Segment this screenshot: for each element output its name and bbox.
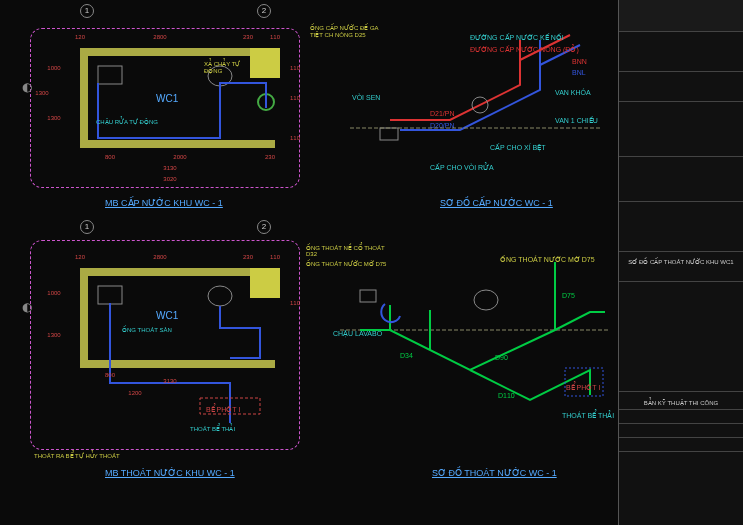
compass-icon: ◐ xyxy=(22,80,32,94)
dim: 800 xyxy=(100,154,120,160)
dim: 120 xyxy=(70,254,90,260)
dim: 1000 xyxy=(44,65,64,71)
sb-notice xyxy=(619,202,743,252)
note: XẢ CHẢY TỰ ĐỘNG xyxy=(204,60,254,74)
t: BỂ PHỐT I xyxy=(566,381,600,391)
t: BNL xyxy=(572,69,586,76)
iso1-diagram: ĐƯỜNG CẤP NƯỚC KẾ NỐI ĐƯỜNG CẤP NƯỚC NÓN… xyxy=(340,20,610,190)
compass-icon: ◐ xyxy=(22,300,32,314)
drawing-title: SƠ ĐỒ CẤP THOÁT NƯỚC KHU WC1 xyxy=(619,252,743,282)
t: CHẬU LAVABO xyxy=(333,330,383,338)
dim: 110 xyxy=(285,95,305,101)
t: ĐƯỜNG CẤP NƯỚC NÓNG (ĐỎ) xyxy=(470,44,579,54)
iso1-title: SƠ ĐỒ CẤP NƯỚC WC - 1 xyxy=(440,198,553,208)
t: VAN KHÓA xyxy=(555,88,591,96)
dim: 230 xyxy=(260,154,280,160)
dim: 110 xyxy=(285,300,305,306)
dim: 1200 xyxy=(125,390,145,396)
note: CHẬU RỬA TỰ ĐỘNG xyxy=(96,118,166,125)
lavabo-icon xyxy=(360,290,376,302)
t: VÒI SEN xyxy=(352,93,380,101)
plan2-fixtures xyxy=(80,268,300,448)
t: D90 xyxy=(495,354,508,361)
toilet-icon xyxy=(474,290,498,310)
lavabo-icon xyxy=(98,66,122,84)
dim: 1300 xyxy=(44,115,64,121)
title-block: SƠ ĐỒ CẤP THOÁT NƯỚC KHU WC1 BẢN KỸ THUẬ… xyxy=(618,0,743,525)
t: CẤP CHO XÍ BỆT xyxy=(490,143,546,152)
t: BNN xyxy=(572,58,587,65)
t: CẤP CHO VÒI RỬA xyxy=(430,162,494,171)
lavabo-icon xyxy=(98,286,122,304)
dim: 120 xyxy=(70,34,90,40)
t: D75 xyxy=(562,292,575,299)
sb-block xyxy=(619,102,743,157)
dim: 110 xyxy=(265,254,285,260)
sb-date xyxy=(619,424,743,438)
sb-block xyxy=(619,282,743,392)
dim: 3130 xyxy=(150,378,190,384)
dim: 230 xyxy=(238,34,258,40)
t: VAN 1 CHIỀU xyxy=(555,116,598,124)
t: D110 xyxy=(498,392,515,399)
t: ỐNG THOÁT NƯỚC MỜ D75 xyxy=(500,255,595,263)
dim: 800 xyxy=(100,372,120,378)
drain-line xyxy=(110,303,260,423)
sb-block xyxy=(619,72,743,102)
t: THOÁT BỂ THẢI xyxy=(562,409,614,419)
t: ĐƯỜNG CẤP NƯỚC KẾ NỐI xyxy=(470,33,564,41)
grid-bubble-2: 2 xyxy=(257,4,271,18)
sb-header xyxy=(619,0,743,32)
iso2-diagram: ỐNG THOÁT NƯỚC MỜ D75 CHẬU LAVABO BỂ PHỐ… xyxy=(330,250,620,460)
dim: 2800 xyxy=(140,254,180,260)
cad-canvas: 1 2 WC1 ◐ 120 2800 230 110 1000 1300 130… xyxy=(0,0,618,525)
t: D21/PN xyxy=(430,110,455,117)
iso2-title: SƠ ĐỒ THOÁT NƯỚC WC - 1 xyxy=(432,468,557,478)
dim: 3130 xyxy=(150,165,190,171)
dim: 2000 xyxy=(170,154,190,160)
sb-block xyxy=(619,157,743,202)
note: ỐNG THOÁT SÀN xyxy=(122,326,192,333)
plan2-title: MB THOÁT NƯỚC KHU WC - 1 xyxy=(105,468,235,478)
dim: 1000 xyxy=(44,290,64,296)
t: D34 xyxy=(400,352,413,359)
bkt-label: BẢN KỸ THUẬT THI CÔNG xyxy=(619,392,743,410)
dim: 110 xyxy=(285,65,305,71)
toilet-icon xyxy=(208,286,232,306)
lavabo-icon xyxy=(380,128,398,140)
dim: 3020 xyxy=(150,176,190,182)
bephot: BỂ PHỐT I xyxy=(206,406,240,414)
dim: 1300 xyxy=(32,90,52,96)
note: THOÁT RA BỂ TỰ HỦY THOÁT xyxy=(34,452,124,459)
dim: 1300 xyxy=(44,332,64,338)
dim: 110 xyxy=(285,135,305,141)
sb-scale xyxy=(619,410,743,424)
grid-bubble-1: 1 xyxy=(80,220,94,234)
plan1-title: MB CẤP NƯỚC KHU WC - 1 xyxy=(105,198,223,208)
grid-bubble-1: 1 xyxy=(80,4,94,18)
sb-block xyxy=(619,32,743,72)
sb-num xyxy=(619,438,743,452)
dim: 110 xyxy=(265,34,285,40)
grid-bubble-2: 2 xyxy=(257,220,271,234)
dim: 2800 xyxy=(140,34,180,40)
dim: 230 xyxy=(238,254,258,260)
note: THOÁT BỂ THẢI xyxy=(190,425,240,432)
supply-line xyxy=(98,83,266,138)
